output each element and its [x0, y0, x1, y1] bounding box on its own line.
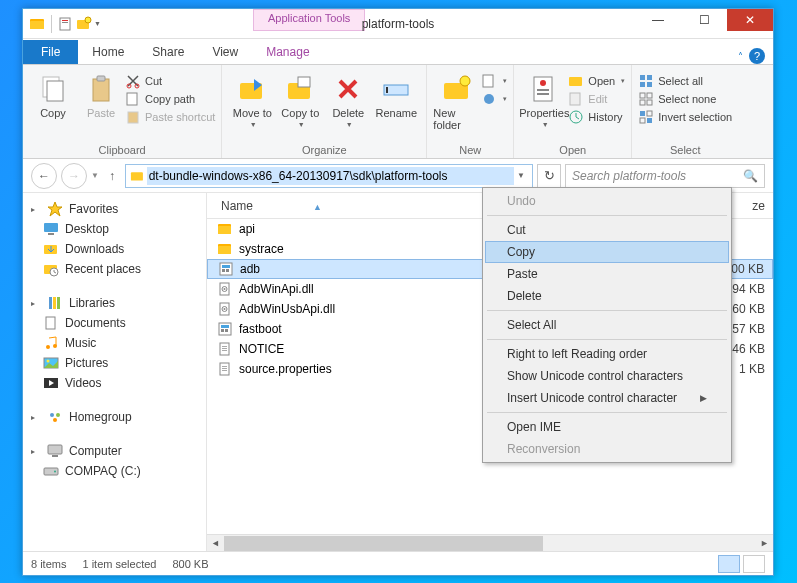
- svg-point-56: [47, 360, 50, 363]
- ctx-undo[interactable]: Undo: [485, 190, 729, 212]
- tab-view[interactable]: View: [198, 40, 252, 64]
- ctx-delete[interactable]: Delete: [485, 285, 729, 307]
- context-menu: Undo Cut Copy Paste Delete Select All Ri…: [482, 187, 732, 463]
- back-button[interactable]: ←: [31, 163, 57, 189]
- close-button[interactable]: ✕: [727, 9, 773, 31]
- nav-libraries[interactable]: ▸Libraries: [27, 293, 202, 313]
- quick-access-toolbar: ▼: [23, 15, 107, 33]
- downloads-icon: [43, 241, 59, 257]
- search-box[interactable]: Search platform-tools 🔍: [565, 164, 765, 188]
- nav-computer[interactable]: ▸Computer: [27, 441, 202, 461]
- address-bar[interactable]: ▼: [125, 164, 533, 188]
- tab-manage[interactable]: Manage: [252, 40, 323, 64]
- recent-icon: [43, 261, 59, 277]
- scroll-thumb[interactable]: [224, 536, 543, 551]
- scroll-left-icon[interactable]: ◄: [207, 535, 224, 552]
- select-all-button[interactable]: Select all: [638, 73, 732, 89]
- nav-downloads[interactable]: Downloads: [27, 239, 202, 259]
- ctx-reconversion[interactable]: Reconversion: [485, 438, 729, 460]
- svg-point-58: [50, 413, 54, 417]
- copy-icon: [37, 73, 69, 105]
- nav-favorites[interactable]: ▸Favorites: [27, 199, 202, 219]
- svg-rect-8: [47, 81, 63, 101]
- rename-button[interactable]: Rename: [372, 69, 420, 119]
- group-new: New folder ▾ ▾ New: [427, 65, 514, 158]
- scroll-right-icon[interactable]: ►: [756, 535, 773, 552]
- svg-rect-33: [640, 82, 645, 87]
- edit-button[interactable]: Edit: [568, 91, 625, 107]
- help-icon[interactable]: ?: [749, 48, 765, 64]
- move-to-icon: [236, 73, 268, 105]
- ctx-open-ime[interactable]: Open IME: [485, 416, 729, 438]
- refresh-button[interactable]: ↻: [537, 164, 561, 188]
- svg-rect-50: [53, 297, 56, 309]
- scroll-track[interactable]: [224, 535, 756, 552]
- properties-qat-icon[interactable]: [58, 16, 74, 32]
- nav-recent[interactable]: Recent places: [27, 259, 202, 279]
- address-dropdown-icon[interactable]: ▼: [514, 171, 528, 180]
- folder-icon: [29, 16, 45, 32]
- qat-dropdown-icon[interactable]: ▼: [94, 20, 101, 27]
- paste-button[interactable]: Paste: [77, 69, 125, 119]
- svg-rect-62: [52, 455, 58, 457]
- paste-shortcut-button[interactable]: Paste shortcut: [125, 109, 215, 125]
- svg-rect-52: [46, 317, 55, 329]
- nav-homegroup[interactable]: ▸Homegroup: [27, 407, 202, 427]
- svg-rect-44: [44, 223, 58, 232]
- documents-icon: [43, 315, 59, 331]
- status-bar: 8 items 1 item selected 800 KB: [23, 551, 773, 575]
- search-icon: 🔍: [743, 169, 758, 183]
- open-icon: [568, 73, 584, 89]
- forward-button[interactable]: →: [61, 163, 87, 189]
- delete-button[interactable]: Delete▼: [324, 69, 372, 128]
- svg-rect-1: [30, 21, 44, 29]
- ctx-cut[interactable]: Cut: [485, 219, 729, 241]
- nav-drive-c[interactable]: COMPAQ (C:): [27, 461, 202, 481]
- invert-selection-button[interactable]: Invert selection: [638, 109, 732, 125]
- titlebar: ▼ Application Tools platform-tools — ☐ ✕: [23, 9, 773, 39]
- new-item-button[interactable]: ▾: [481, 73, 507, 89]
- ctx-copy[interactable]: Copy: [485, 241, 729, 263]
- svg-rect-17: [298, 77, 310, 87]
- properties-button[interactable]: Properties▼: [520, 69, 568, 128]
- svg-rect-84: [222, 346, 227, 347]
- address-input[interactable]: [147, 167, 514, 185]
- new-folder-button[interactable]: New folder: [433, 69, 481, 131]
- ctx-show-unicode[interactable]: Show Unicode control characters: [485, 365, 729, 387]
- nav-pictures[interactable]: Pictures: [27, 353, 202, 373]
- move-to-button[interactable]: Move to▼: [228, 69, 276, 128]
- ctx-select-all[interactable]: Select All: [485, 314, 729, 336]
- copy-button[interactable]: Copy: [29, 69, 77, 119]
- ctx-paste[interactable]: Paste: [485, 263, 729, 285]
- group-clipboard: Copy Paste Cut Copy path Paste shortcut …: [23, 65, 222, 158]
- ctx-insert-unicode[interactable]: Insert Unicode control character▶: [485, 387, 729, 409]
- view-large-button[interactable]: [743, 555, 765, 573]
- select-none-button[interactable]: Select none: [638, 91, 732, 107]
- nav-documents[interactable]: Documents: [27, 313, 202, 333]
- view-details-button[interactable]: [718, 555, 740, 573]
- copy-path-button[interactable]: Copy path: [125, 91, 215, 107]
- ribbon-collapse-icon[interactable]: ˄: [738, 51, 743, 62]
- cut-button[interactable]: Cut: [125, 73, 215, 89]
- tab-share[interactable]: Share: [138, 40, 198, 64]
- recent-locations-icon[interactable]: ▼: [91, 171, 99, 180]
- open-button[interactable]: Open▾: [568, 73, 625, 89]
- nav-music[interactable]: Music: [27, 333, 202, 353]
- copy-to-button[interactable]: Copy to▼: [276, 69, 324, 128]
- new-folder-qat-icon[interactable]: [76, 16, 92, 32]
- svg-point-60: [53, 418, 57, 422]
- svg-rect-61: [48, 445, 62, 454]
- maximize-button[interactable]: ☐: [681, 9, 727, 31]
- tab-file[interactable]: File: [23, 40, 78, 64]
- history-button[interactable]: History: [568, 109, 625, 125]
- tab-home[interactable]: Home: [78, 40, 138, 64]
- svg-rect-27: [537, 93, 549, 95]
- minimize-button[interactable]: —: [635, 9, 681, 31]
- easy-access-button[interactable]: ▾: [481, 91, 507, 107]
- horizontal-scrollbar[interactable]: ◄ ►: [207, 534, 773, 551]
- up-button[interactable]: ↑: [103, 163, 121, 189]
- svg-rect-66: [218, 226, 231, 234]
- nav-desktop[interactable]: Desktop: [27, 219, 202, 239]
- ctx-rtl[interactable]: Right to left Reading order: [485, 343, 729, 365]
- nav-videos[interactable]: Videos: [27, 373, 202, 393]
